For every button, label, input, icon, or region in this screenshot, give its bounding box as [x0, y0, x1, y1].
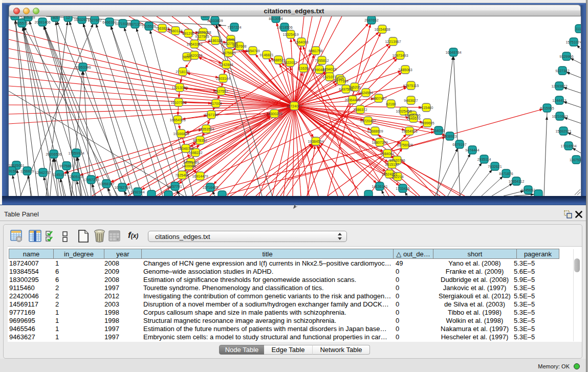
svg-text:9115460: 9115460	[420, 106, 433, 110]
svg-text:1805228: 1805228	[21, 16, 35, 19]
svg-text:3267150: 3267150	[204, 113, 218, 117]
svg-text:16154838: 16154838	[374, 28, 390, 31]
svg-text:6961758: 6961758	[309, 49, 322, 53]
svg-text:23226058: 23226058	[195, 31, 211, 34]
svg-text:16914479: 16914479	[192, 174, 208, 178]
svg-text:20053346: 20053346	[75, 65, 91, 69]
svg-text:1546: 1546	[227, 38, 235, 41]
svg-text:1615132: 1615132	[385, 163, 399, 166]
svg-text:12093872: 12093872	[551, 84, 567, 88]
svg-text:20691406: 20691406	[34, 20, 50, 24]
svg-text:10120746: 10120746	[389, 159, 405, 162]
svg-text:1733426: 1733426	[396, 187, 409, 190]
svg-text:12213389: 12213389	[171, 86, 187, 90]
svg-text:7357224: 7357224	[227, 26, 241, 29]
svg-text:164095: 164095	[432, 129, 444, 133]
svg-text:9457791: 9457791	[168, 185, 182, 188]
svg-text:9463627: 9463627	[404, 99, 418, 102]
svg-text:12: 12	[66, 16, 70, 19]
svg-text:19218506: 19218506	[276, 26, 292, 29]
svg-text:10025458: 10025458	[396, 110, 411, 113]
svg-text:9242848: 9242848	[219, 63, 233, 67]
svg-text:16671355: 16671355	[127, 23, 143, 26]
svg-text:6879197: 6879197	[452, 143, 466, 146]
svg-text:10807487: 10807487	[371, 97, 386, 100]
svg-text:417004: 417004	[210, 102, 222, 105]
svg-text:17016504: 17016504	[560, 144, 576, 148]
svg-text:1449576: 1449576	[406, 117, 420, 120]
svg-text:15716485: 15716485	[202, 186, 218, 189]
svg-text:8660123: 8660123	[168, 29, 182, 33]
svg-text:8471876: 8471876	[499, 172, 513, 176]
svg-text:905: 905	[52, 16, 58, 19]
svg-text:7632621: 7632621	[488, 165, 502, 168]
svg-text:3675685: 3675685	[222, 51, 235, 55]
svg-text:19384554: 19384554	[308, 140, 323, 143]
svg-text:6794028: 6794028	[322, 68, 336, 71]
svg-text:3624554: 3624554	[359, 91, 373, 95]
svg-text:12975115: 12975115	[403, 84, 419, 87]
svg-text:62160: 62160	[386, 102, 396, 106]
svg-text:9084067: 9084067	[380, 152, 394, 156]
svg-text:10958107: 10958107	[98, 182, 114, 186]
svg-text:9227342: 9227342	[555, 69, 569, 73]
svg-text:10543362: 10543362	[186, 42, 202, 46]
svg-text:9474444: 9474444	[465, 148, 479, 152]
svg-text:8813054: 8813054	[269, 17, 282, 20]
svg-text:1156829: 1156829	[20, 169, 34, 173]
svg-text:2803144: 2803144	[216, 77, 230, 80]
svg-text:10756928: 10756928	[397, 143, 412, 147]
svg-text:2867608: 2867608	[232, 45, 246, 48]
svg-text:6497508: 6497508	[339, 87, 353, 91]
svg-text:160: 160	[202, 16, 208, 18]
svg-text:9975867: 9975867	[59, 164, 73, 168]
svg-text:12353594: 12353594	[198, 127, 214, 131]
svg-text:8427552: 8427552	[214, 90, 228, 93]
svg-text:14055714: 14055714	[14, 21, 30, 25]
svg-text:18300295: 18300295	[266, 112, 282, 116]
svg-text:9777169: 9777169	[334, 79, 348, 83]
svg-text:5698222: 5698222	[188, 151, 202, 155]
svg-text:8186328: 8186328	[208, 39, 222, 42]
svg-text:2718170: 2718170	[176, 70, 189, 74]
svg-text:252214: 252214	[391, 175, 403, 179]
svg-text:7515526: 7515526	[142, 25, 156, 28]
svg-text:10688609: 10688609	[367, 129, 383, 133]
svg-text:2005714: 2005714	[9, 16, 22, 18]
svg-text:10973493: 10973493	[392, 54, 408, 57]
svg-text:19166825: 19166825	[173, 132, 189, 136]
svg-text:16654903: 16654903	[169, 118, 185, 122]
svg-text:16782759: 16782759	[114, 186, 130, 189]
svg-text:2687652: 2687652	[364, 18, 378, 22]
svg-text:1145194: 1145194	[53, 173, 67, 177]
svg-text:1409948: 1409948	[182, 164, 195, 168]
svg-text:8215955: 8215955	[540, 106, 554, 110]
svg-text:17359924: 17359924	[68, 151, 84, 155]
svg-text:16648784: 16648784	[445, 51, 461, 54]
svg-text:10654112: 10654112	[509, 180, 525, 183]
svg-text:7625402: 7625402	[175, 173, 189, 177]
svg-text:15692971: 15692971	[555, 129, 571, 133]
svg-text:13325419: 13325419	[282, 33, 298, 36]
svg-text:7563822: 7563822	[155, 27, 169, 30]
svg-text:16046758: 16046758	[178, 147, 193, 150]
svg-text:5938923: 5938923	[443, 135, 456, 138]
svg-text:7386372: 7386372	[353, 108, 367, 112]
svg-text:2935114: 2935114	[477, 158, 491, 161]
svg-text:20206536: 20206536	[46, 152, 61, 156]
svg-text:18807249: 18807249	[372, 141, 387, 144]
svg-text:1167533: 1167533	[570, 158, 581, 162]
svg-text:9245652: 9245652	[521, 188, 535, 192]
svg-text:16107553: 16107553	[170, 101, 186, 104]
svg-text:7955812: 7955812	[315, 59, 329, 62]
svg-text:9327505: 9327505	[195, 35, 209, 38]
svg-text:9899695: 9899695	[420, 121, 434, 125]
svg-text:9890: 9890	[183, 55, 191, 59]
svg-text:15751074: 15751074	[565, 40, 581, 44]
svg-text:9322037: 9322037	[283, 61, 297, 64]
svg-text:8454749: 8454749	[246, 49, 259, 53]
svg-text:8878352: 8878352	[193, 139, 207, 142]
svg-text:14099489: 14099489	[183, 161, 199, 164]
svg-text:11626: 11626	[299, 67, 309, 70]
svg-text:1621072: 1621072	[322, 75, 336, 79]
